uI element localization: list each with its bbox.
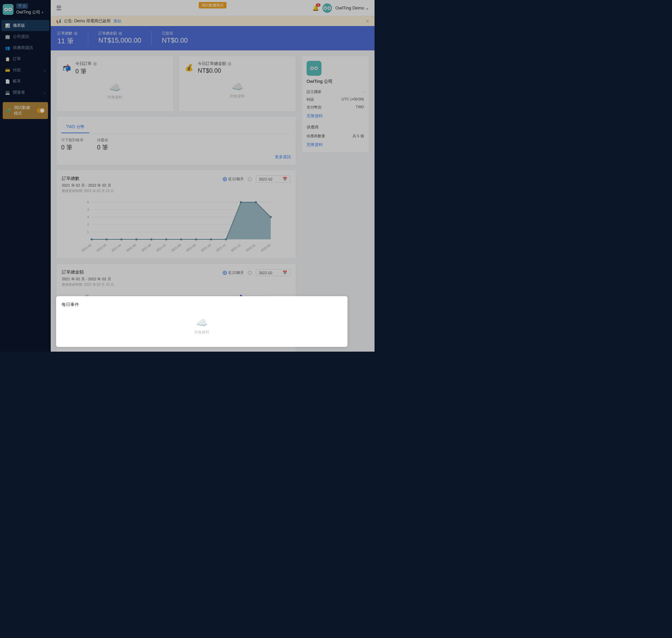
stat-value: 11 筆: [57, 36, 78, 46]
card-label: 今日訂單總金額: [198, 61, 226, 67]
stat-downloadable: 可下載對帳單 0 筆: [61, 138, 84, 151]
svg-point-35: [270, 216, 272, 218]
stat-value: 0 筆: [97, 144, 108, 151]
daily-events-card: 每日事件 ☁️ 尚無資料: [56, 296, 348, 347]
stat-label: 待覆核: [97, 138, 108, 143]
svg-text:2021-02: 2021-02: [81, 243, 92, 252]
svg-text:4: 4: [87, 208, 89, 211]
stat-pending-review: 待覆核 0 筆: [97, 138, 108, 151]
svg-text:2021-07: 2021-07: [155, 243, 167, 252]
radio-custom[interactable]: [248, 177, 252, 181]
empty-state: ☁️ 尚無資料: [61, 75, 169, 106]
notification-count: 2: [316, 3, 320, 7]
org-name: OwlTing 公司▾: [16, 10, 43, 15]
empty-icon: ☁️: [62, 317, 342, 328]
svg-text:2021-11: 2021-11: [215, 243, 226, 252]
chart-subtitle: 2021 年 02 月 - 2022 年 02 月: [62, 276, 290, 282]
chevron-down-icon: ⌄: [43, 90, 46, 94]
sidebar-item-label: 公司資訊: [13, 34, 29, 39]
stats-bar: 訂單總數i 11 筆 訂單總金額i NT$15,000.00 已提領 NT$0.…: [51, 26, 374, 50]
svg-text:5: 5: [87, 201, 89, 204]
chevron-down-icon: ⌄: [365, 5, 369, 11]
sidebar-item-company[interactable]: 🏢公司資訊: [1, 31, 49, 42]
full-data-link[interactable]: 完整資料: [307, 142, 364, 148]
close-icon[interactable]: ✕: [366, 19, 369, 24]
money-icon: 💰: [184, 64, 195, 72]
stat-value: NT$0.00: [162, 36, 188, 44]
company-name: OwlTing 公司: [307, 79, 364, 85]
stat-value: 0 筆: [61, 144, 84, 151]
info-icon[interactable]: i: [228, 62, 232, 66]
svg-point-27: [150, 238, 152, 240]
stat-withdrawn: 已提領 NT$0.00: [162, 31, 198, 46]
notifications-button[interactable]: 🔔 2: [312, 5, 319, 11]
menu-icon[interactable]: ☰: [56, 4, 62, 12]
radio-custom[interactable]: [248, 271, 252, 275]
svg-text:2021-10: 2021-10: [200, 243, 212, 252]
info-icon[interactable]: i: [74, 31, 78, 35]
announcement-link[interactable]: 連結: [113, 18, 121, 24]
card-icon: 💳: [5, 68, 10, 73]
sidebar-item-vendor[interactable]: 👥供應商資訊: [1, 42, 49, 53]
info-icon[interactable]: i: [118, 31, 122, 35]
chart-orders-count: 近12個月 2022-02📅 訂單總數 2021 年 02 月 - 2022 年…: [56, 170, 296, 259]
info-row: 時區UTC (+00:00): [307, 96, 364, 103]
users-icon: 👥: [5, 45, 10, 51]
svg-point-26: [136, 238, 138, 240]
radio-12months[interactable]: 近12個月: [223, 177, 243, 182]
radio-12months[interactable]: 近12個月: [223, 270, 243, 275]
svg-point-29: [180, 238, 182, 240]
chart-svg: 12345 2021-022021-032021-042021-052021-0…: [62, 199, 290, 253]
chart-meta: 最後更新時間: 2022 年 02 月 23 日: [62, 282, 290, 287]
announcement-bar: 📢 公告: Demo 用電商已啟用 連結 ✕: [51, 16, 374, 26]
user-menu[interactable]: OwlTing Demo ⌄: [335, 5, 369, 11]
date-picker[interactable]: 2022-02📅: [256, 175, 290, 183]
full-data-link[interactable]: 完整資料: [307, 113, 364, 119]
daily-title: 每日事件: [62, 302, 342, 308]
svg-text:2021-09: 2021-09: [186, 243, 197, 252]
orders-icon: 📬: [61, 64, 72, 72]
sidebar-item-label: 供應商資訊: [13, 45, 33, 51]
test-mode-icon: 🧪: [6, 108, 11, 113]
sidebar-item-label: 儀表版: [13, 23, 25, 29]
sidebar-item-label: 訂單: [13, 56, 21, 62]
topbar: ☰ 測試數據模式 🔔 2 OwlTing Demo ⌄: [51, 0, 374, 16]
empty-text: 尚無資料: [62, 330, 342, 335]
org-selector[interactable]: 平 台 OwlTing 公司▾: [0, 0, 51, 19]
svg-text:2021-12: 2021-12: [230, 243, 241, 252]
date-picker[interactable]: 2022-02📅: [256, 269, 290, 276]
building-icon: 🏢: [5, 34, 10, 39]
card-today-amount: 💰 今日訂單總金額i NT$0.00 ☁️ 尚無資料: [179, 56, 296, 112]
sidebar-item-label: 開發者: [13, 89, 25, 95]
sidebar-item-label: 付款: [13, 67, 21, 73]
stat-label: 訂單總數: [57, 31, 72, 36]
info-icon[interactable]: i: [93, 62, 97, 66]
sidebar-item-label: 帳單: [13, 79, 21, 84]
empty-state: ☁️ 尚無資料: [62, 310, 342, 341]
card-value: NT$0.00: [198, 67, 232, 74]
avatar[interactable]: [322, 3, 332, 13]
svg-text:1: 1: [87, 230, 89, 234]
svg-point-32: [225, 238, 227, 240]
card-currency: TWD 台幣 可下載對帳單 0 筆 待覆核 0 筆 更多資訊: [56, 116, 296, 165]
test-mode-toggle[interactable]: 🧪 測試數據模式: [3, 102, 48, 119]
dashboard-icon: 📊: [5, 23, 10, 29]
empty-state: ☁️ 尚無資料: [184, 74, 291, 105]
supplier-section-title: 供應商: [307, 124, 364, 130]
chevron-down-icon: ⌄: [43, 68, 46, 72]
sidebar-item-orders[interactable]: 📋訂單: [1, 53, 49, 65]
sidebar-item-billing[interactable]: 📄帳單: [1, 76, 49, 87]
toggle-switch[interactable]: [37, 108, 45, 113]
sidebar-item-dashboard[interactable]: 📊儀表版: [1, 20, 49, 31]
info-row: 供應商數量共 5 個: [307, 132, 364, 140]
calendar-icon: 📅: [283, 177, 287, 181]
stat-total-amount: 訂單總金額i NT$15,000.00: [98, 31, 152, 46]
tab-twd[interactable]: TWD 台幣: [61, 121, 89, 133]
svg-text:2021-03: 2021-03: [96, 243, 107, 252]
sidebar-item-developer[interactable]: 💻開發者⌄: [1, 87, 49, 98]
empty-text: 尚無資料: [61, 95, 169, 100]
sidebar: 平 台 OwlTing 公司▾ 📊儀表版 🏢公司資訊 👥供應商資訊 📋訂單 💳付…: [0, 0, 51, 352]
svg-text:2021-05: 2021-05: [126, 243, 137, 252]
more-info-link[interactable]: 更多資訊: [61, 154, 291, 160]
sidebar-item-payment[interactable]: 💳付款⌄: [1, 65, 49, 76]
